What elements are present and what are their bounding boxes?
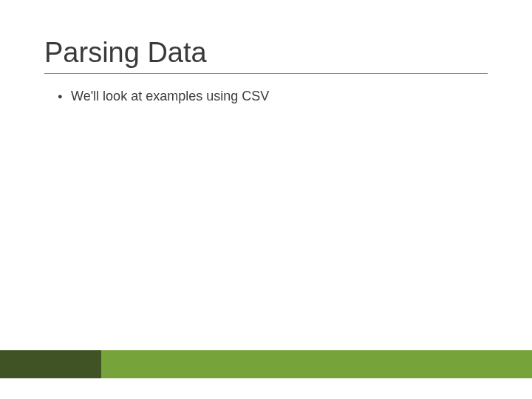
- footer-bar: [0, 350, 532, 378]
- slide: Parsing Data We'll look at examples usin…: [0, 0, 532, 399]
- bullet-item: We'll look at examples using CSV: [58, 87, 488, 106]
- footer-bar-light: [101, 350, 532, 378]
- footer-bar-dark: [0, 350, 101, 378]
- bullet-list: We'll look at examples using CSV: [44, 87, 488, 106]
- slide-title: Parsing Data: [44, 37, 488, 74]
